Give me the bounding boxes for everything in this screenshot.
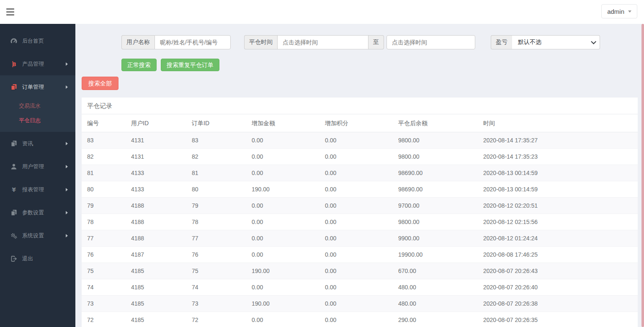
user-menu-button[interactable]: admin [601, 4, 637, 18]
sidebar-item-system[interactable]: 系统设置 [0, 224, 75, 247]
table-cell: 9700.00 [395, 198, 480, 214]
sidebar-item-reports[interactable]: ¥报表管理 [0, 178, 75, 201]
sidebar-item-news[interactable]: 资讯 [0, 132, 75, 155]
table-cell: 4133 [128, 165, 188, 181]
sidebar-item-params[interactable]: 参数设置 [0, 201, 75, 224]
table-cell: 79 [188, 198, 248, 214]
chevron-right-icon [66, 85, 68, 89]
close-time-label: 平仓时间 [244, 35, 277, 49]
table-cell: 98690.00 [395, 181, 480, 198]
table-cell: 80 [188, 181, 248, 198]
table-cell: 2020-08-12 02:20:51 [480, 198, 638, 214]
table-cell: 2020-08-07 20:26:35 [480, 312, 638, 327]
time-end-input[interactable] [386, 35, 475, 49]
table-cell: 78 [82, 214, 128, 230]
table-row: 80413380190.000.0098690.002020-08-13 00:… [82, 181, 638, 198]
table-cell: 77 [188, 230, 248, 247]
table-cell: 0.00 [322, 279, 395, 296]
sidebar-item-logout[interactable]: 退出 [0, 247, 75, 270]
table-cell: 190.00 [248, 181, 322, 198]
yen-icon: ¥ [10, 186, 18, 193]
sidebar-group-logout: 退出 [0, 247, 75, 270]
sidebar-item-label: 资讯 [22, 140, 33, 147]
chevron-right-icon [66, 62, 68, 66]
sidebar-item-users[interactable]: 用户管理 [0, 155, 75, 178]
sidebar-group-news: 资讯 [0, 132, 75, 155]
table-cell: 480.00 [395, 279, 480, 296]
username-input[interactable] [155, 35, 231, 49]
sidebar-item-orders[interactable]: 订单管理 [0, 75, 75, 98]
table-cell: 0.00 [248, 279, 322, 296]
search-buttons-row: 正常搜索 搜索重复平仓订单 [121, 59, 638, 71]
table-cell: 0.00 [322, 181, 395, 198]
table-cell: 2020-08-12 02:15:56 [480, 214, 638, 230]
search-all-button[interactable]: 搜索全部 [82, 77, 118, 90]
table-cell: 190.00 [248, 296, 322, 312]
sidebar-item-close-log[interactable]: 平仓日志 [0, 113, 75, 128]
table-row: 794188790.000.009700.002020-08-12 02:20:… [82, 198, 638, 214]
sidebar-item-home[interactable]: 后台首页 [0, 29, 75, 52]
table-row: 774188770.000.009900.002020-08-12 01:24:… [82, 230, 638, 247]
table-row: 764187760.000.0019900.002020-08-08 17:46… [82, 247, 638, 263]
table-cell: 0.00 [322, 296, 395, 312]
sidebar-item-label: 后台首页 [22, 37, 44, 45]
chevron-down-icon [628, 10, 631, 13]
table-row: 744185740.000.00480.002020-08-07 20:26:4… [82, 279, 638, 296]
table-row: 724185720.000.00290.002020-08-07 20:26:3… [82, 312, 638, 327]
table-cell: 9900.00 [395, 230, 480, 247]
table-cell: 74 [82, 279, 128, 296]
table-cell: 2020-08-12 01:24:24 [480, 230, 638, 247]
table-cell: 4131 [128, 132, 188, 149]
time-start-input[interactable] [277, 35, 368, 49]
table-cell: 2020-08-07 20:26:38 [480, 296, 638, 312]
chevron-right-icon [66, 234, 68, 237]
menu-toggle-icon[interactable] [6, 8, 14, 15]
page-scrollbar[interactable] [641, 24, 644, 327]
table-cell: 80 [82, 181, 128, 198]
profit-loss-selected-option: 默认不选 [518, 39, 541, 46]
column-header: 平仓后余额 [395, 114, 480, 132]
table-cell: 0.00 [248, 214, 322, 230]
filter-bar: 用户名称 平仓时间 至 盈亏 默认不选 [121, 35, 638, 49]
table-cell: 75 [188, 263, 248, 279]
table-cell: 79 [82, 198, 128, 214]
table-row: 784188780.000.009800.002020-08-12 02:15:… [82, 214, 638, 230]
table-cell: 0.00 [322, 132, 395, 149]
logout-icon [10, 255, 18, 262]
profit-loss-select[interactable]: 默认不选 [512, 35, 600, 49]
table-cell: 83 [82, 132, 128, 149]
username-label: 用户名称 [121, 35, 155, 49]
document-icon [10, 209, 18, 216]
chevron-right-icon [66, 142, 68, 145]
table-cell: 0.00 [248, 247, 322, 263]
user-name: admin [607, 8, 624, 15]
user-icon [10, 163, 18, 170]
document-icon [10, 140, 18, 147]
table-row: 814133810.000.0098690.002020-08-13 00:14… [82, 165, 638, 181]
bitcoin-icon: B [10, 61, 18, 67]
sidebar-item-trade-flow[interactable]: 交易流水 [0, 98, 75, 113]
svg-text:¥: ¥ [12, 186, 16, 193]
profit-loss-label: 盈亏 [491, 35, 512, 49]
gear-icon [10, 232, 18, 239]
duplicate-orders-search-button[interactable]: 搜索重复平仓订单 [161, 59, 219, 71]
table-cell: 0.00 [322, 198, 395, 214]
close-time-group: 平仓时间 至 [244, 35, 384, 49]
sidebar-group-system: 系统设置 [0, 224, 75, 247]
table-cell: 74 [188, 279, 248, 296]
table-cell: 2020-08-07 20:26:43 [480, 263, 638, 279]
table-cell: 4188 [128, 230, 188, 247]
table-cell: 76 [188, 247, 248, 263]
table-cell: 75 [82, 263, 128, 279]
sidebar-item-products[interactable]: B产品管理 [0, 52, 75, 75]
table-cell: 77 [82, 230, 128, 247]
table-cell: 480.00 [395, 296, 480, 312]
table-cell: 81 [82, 165, 128, 181]
table-cell: 83 [188, 132, 248, 149]
close-records-panel: 平仓记录 编号用户ID订单ID增加金额增加积分平仓后余额时间 834131830… [82, 98, 638, 327]
table-cell: 0.00 [322, 263, 395, 279]
table-cell: 4185 [128, 263, 188, 279]
table-cell: 72 [82, 312, 128, 327]
table-cell: 4187 [128, 247, 188, 263]
normal-search-button[interactable]: 正常搜索 [121, 59, 157, 71]
